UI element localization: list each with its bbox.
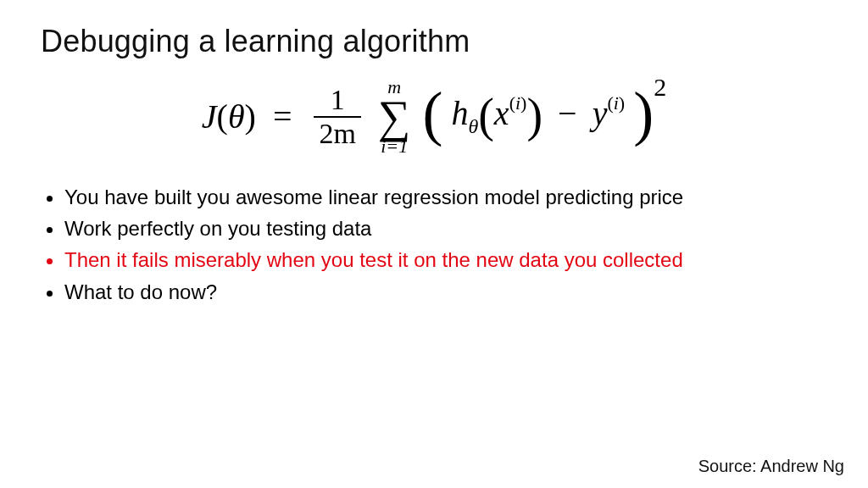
bullet-item: You have built you awesome linear regres… xyxy=(64,181,827,213)
bullet-item: What to do now? xyxy=(64,276,827,308)
slide: Debugging a learning algorithm J(θ) = 1 … xyxy=(0,0,868,488)
formula-container: J(θ) = 1 2m m ∑ i=1 ( hθ(x(i)) − y(i) )2 xyxy=(41,75,827,156)
bullet-list: You have built you awesome linear regres… xyxy=(41,181,827,308)
bullet-item: Then it fails miserably when you test it… xyxy=(64,244,827,275)
page-title: Debugging a learning algorithm xyxy=(41,24,827,59)
bullet-item: Work perfectly on you testing data xyxy=(64,213,827,244)
cost-function-formula: J(θ) = 1 2m m ∑ i=1 ( hθ(x(i)) − y(i) )2 xyxy=(202,75,666,156)
source-credit: Source: Andrew Ng xyxy=(698,457,844,476)
